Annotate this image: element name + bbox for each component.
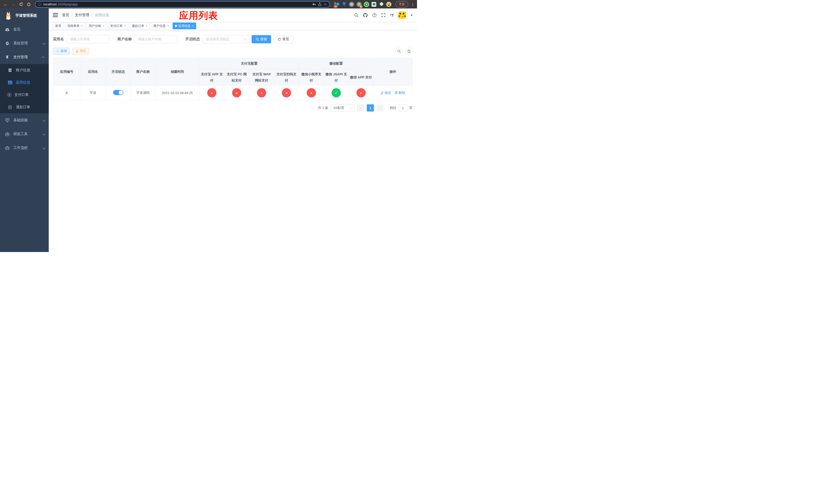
tab-process-form[interactable]: 流程表单× <box>65 23 85 29</box>
export-button[interactable]: 导出 <box>72 48 89 55</box>
search-button[interactable]: 搜索 <box>251 35 271 43</box>
table-row: 6 芋道 芋道源码 2021-10-23 08:49:25 × × × × × … <box>53 86 413 100</box>
cross-circle-icon: × <box>207 88 216 97</box>
font-size-icon[interactable]: TT <box>390 13 394 18</box>
sidebar-item-label: 首页 <box>13 27 21 32</box>
chrome-update-button[interactable]: 更新 <box>395 1 408 7</box>
close-icon[interactable]: × <box>124 24 126 27</box>
sidebar-item-refund-order[interactable]: 退款订单 <box>0 101 49 113</box>
fullscreen-icon[interactable] <box>381 13 386 18</box>
page-size-select[interactable]: 10条/页 <box>331 104 354 112</box>
goto-page-input[interactable] <box>398 104 407 112</box>
sidebar-item-label: 系统管理 <box>13 41 28 46</box>
edit-link[interactable]: 修改 <box>380 91 391 95</box>
extension-gem-icon[interactable] <box>342 2 347 7</box>
extension-diamond-icon[interactable]: 10 <box>334 2 339 7</box>
sidebar-item-merchant-info[interactable]: 商户信息 <box>0 64 49 76</box>
user-avatar[interactable] <box>398 11 406 19</box>
cell-app-name: 芋道 <box>80 86 106 100</box>
chevron-down-icon <box>43 132 45 136</box>
github-icon[interactable] <box>363 13 368 18</box>
breadcrumb-payment[interactable]: 支付管理 <box>75 13 89 18</box>
merchant-name-input[interactable]: 请输入商户名称 <box>135 35 177 43</box>
browser-reload-icon[interactable] <box>18 1 24 7</box>
active-dot <box>175 25 177 27</box>
cell-created: 2021-10-23 08:49:25 <box>155 86 199 100</box>
close-icon[interactable]: × <box>192 24 194 27</box>
extension-y-icon[interactable]: Y <box>364 2 369 7</box>
tab-user-group[interactable]: 用户分组× <box>86 23 107 29</box>
extension-command-icon[interactable]: ⌘ <box>349 2 354 7</box>
store-icon <box>7 68 13 72</box>
col-alipay-pc: 支付宝 PC 网站支付 <box>224 69 249 86</box>
sidebar-item-label: 退款订单 <box>16 105 30 110</box>
monitor-chart-icon <box>4 118 10 122</box>
avatar-caret-icon[interactable] <box>410 15 413 17</box>
extension-recorder-icon[interactable]: 1 <box>356 2 361 7</box>
sidebar-item-label: 工作流程 <box>13 145 28 150</box>
close-icon[interactable]: × <box>167 24 169 27</box>
address-bar[interactable]: i localhost:1024/pay/app ☆ <box>35 1 330 8</box>
chevron-down-icon <box>351 106 352 110</box>
sidebar-item-home[interactable]: 首页 <box>0 23 49 37</box>
sidebar-item-system[interactable]: 系统管理 <box>0 37 49 50</box>
app-name-label: 应用名 <box>53 37 64 42</box>
reset-button[interactable]: 重置 <box>273 35 293 43</box>
refresh-button[interactable] <box>405 47 413 55</box>
filter-form: 应用名 请输入应用名 商户名称 请输入商户名称 开启状态 请选择开启状态 搜索 … <box>53 35 413 43</box>
tab-home[interactable]: 首页 <box>53 23 64 29</box>
sidebar-item-pay-order[interactable]: ¥ 支付订单 <box>0 89 49 101</box>
bookmark-star-icon[interactable]: ☆ <box>324 2 327 7</box>
add-button[interactable]: ＋ 新增 <box>53 48 70 55</box>
merchant-name-label: 商户名称 <box>117 37 132 42</box>
breadcrumb-home[interactable]: 首页 <box>62 13 69 18</box>
col-created: 创建时间 <box>155 58 199 86</box>
cell-status <box>106 86 131 100</box>
col-actions: 操作 <box>373 58 413 86</box>
next-page-button[interactable]: › <box>376 104 384 112</box>
browser-back-icon[interactable]: ← <box>3 1 9 7</box>
sidebar-item-app-info[interactable]: 应用信息 <box>0 76 49 89</box>
sidebar-logo-row[interactable]: 芋道管理系统 <box>0 8 49 23</box>
chrome-menu-icon[interactable]: ⋮ <box>411 2 414 6</box>
toggle-search-button[interactable] <box>395 47 403 55</box>
current-page-button[interactable]: 1 <box>367 104 374 112</box>
close-icon[interactable]: × <box>103 24 104 27</box>
browser-home-icon[interactable] <box>26 1 32 7</box>
close-icon[interactable]: × <box>146 24 148 27</box>
share-icon[interactable] <box>318 2 322 6</box>
status-toggle[interactable] <box>113 90 123 95</box>
grid-table-icon <box>7 81 13 84</box>
col-group-wechat: 微信配置 <box>299 58 373 69</box>
pagination: 共 1 条 10条/页 ‹ 1 › 前往 页 <box>53 104 413 112</box>
sidebar-item-infrastructure[interactable]: 基础设施 <box>0 113 49 127</box>
delete-link[interactable]: 删除 <box>395 91 405 95</box>
sidebar-item-devtools[interactable]: 研发工具 <box>0 127 49 141</box>
page-info-icon[interactable]: i <box>38 3 41 6</box>
sidebar-toggle-icon[interactable] <box>53 13 58 18</box>
browser-forward-icon[interactable]: → <box>10 1 16 7</box>
cell-channel-status: × <box>199 86 224 100</box>
prev-page-button[interactable]: ‹ <box>357 104 364 112</box>
password-key-icon[interactable] <box>312 2 316 6</box>
extensions-puzzle-icon[interactable] <box>379 2 384 7</box>
breadcrumb-current: 应用信息 <box>95 13 109 18</box>
cell-channel-status: × <box>274 86 299 100</box>
col-alipay-app: 支付宝 APP 支付 <box>199 69 224 86</box>
profile-emoji-icon[interactable] <box>386 2 391 7</box>
tab-pay-order[interactable]: 支付订单× <box>108 23 128 29</box>
sidebar-item-workflow[interactable]: 工作流程 <box>0 141 49 155</box>
app-name-input[interactable]: 请输入应用名 <box>67 35 109 43</box>
tab-merchant-info[interactable]: 商户信息× <box>151 23 171 29</box>
tab-app-info[interactable]: 应用信息× <box>173 23 196 29</box>
close-icon[interactable]: × <box>81 24 83 27</box>
extension-badge: 1 <box>360 5 363 8</box>
sidebar-item-payment[interactable]: ¥ 支付管理 <box>0 50 49 64</box>
app-table: 应用编号 应用名 开启状态 商户名称 创建时间 支付宝配置 微信配置 操作 支付… <box>53 58 413 100</box>
cell-channel-status: ✓ <box>324 86 349 100</box>
header-search-icon[interactable] <box>354 13 358 18</box>
help-icon[interactable] <box>372 13 377 18</box>
status-select[interactable]: 请选择开启状态 <box>203 35 249 43</box>
tab-refund-order[interactable]: 退款订单× <box>130 23 150 29</box>
extension-chat-icon[interactable] <box>371 2 376 7</box>
